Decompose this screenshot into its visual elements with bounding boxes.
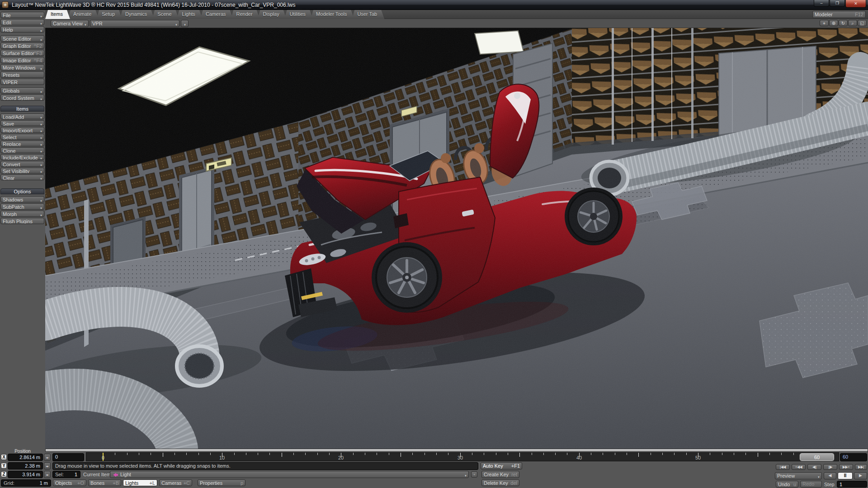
step-value-field[interactable]: 1: [837, 481, 867, 488]
tab-lights[interactable]: Lights: [177, 10, 203, 19]
import-export-button[interactable]: Import/Export▼: [0, 127, 44, 133]
tab-display[interactable]: Display: [258, 10, 287, 19]
subpatch-button[interactable]: SubPatch▼: [0, 203, 44, 210]
timeline-range-handle[interactable]: 60: [800, 453, 834, 461]
menu-help[interactable]: Help▼: [0, 26, 44, 33]
view-type-dropdown[interactable]: Camera View ▼: [51, 20, 89, 27]
next-frame-button[interactable]: ||▶: [823, 464, 837, 470]
graph-editor-button[interactable]: Graph Editor^F2: [0, 42, 44, 49]
x-value-field[interactable]: 2.8614 m: [8, 454, 43, 461]
render-mode-label: VPR: [92, 21, 103, 26]
grid-size-field[interactable]: Grid: 1 m: [1, 479, 51, 487]
tab-modeler-tools[interactable]: Modeler Tools: [311, 10, 354, 19]
tab-utilities[interactable]: Utilities: [284, 10, 313, 19]
y-axis-button[interactable]: Y: [1, 463, 7, 469]
next-keyframe-button[interactable]: ▶▶+: [839, 464, 853, 470]
minimize-button[interactable]: –: [814, 0, 829, 7]
timeline-ruler[interactable]: 0 10 20 30 40 50 60: [86, 452, 839, 461]
selection-count-field[interactable]: Sel: 1: [52, 471, 80, 478]
pause-button[interactable]: II: [838, 472, 853, 479]
globals-button[interactable]: Globals▼: [0, 87, 44, 94]
flush-plugins-button[interactable]: Flush Plugins: [0, 218, 44, 224]
clear-button[interactable]: Clear▼: [0, 174, 44, 180]
x-spinner[interactable]: ◂▸: [44, 454, 51, 461]
tab-cameras[interactable]: Cameras: [200, 10, 233, 19]
y-spinner[interactable]: ◂▸: [44, 462, 51, 469]
tab-render[interactable]: Render: [231, 10, 260, 19]
envelope-button[interactable]: ▫: [471, 471, 477, 478]
maximize-view-icon[interactable]: ◱: [858, 20, 867, 26]
end-frame-field[interactable]: 60: [840, 453, 867, 461]
morph-button[interactable]: Morph▼: [0, 211, 44, 217]
open-modeler-button[interactable]: Modeler F12: [812, 11, 866, 18]
include-exclude-button[interactable]: Include/Exclude▼: [0, 154, 44, 160]
image-editor-button[interactable]: Image Editor^F4: [0, 57, 44, 63]
menu-file[interactable]: File▼: [0, 12, 44, 18]
convert-button[interactable]: Convert▼: [0, 161, 44, 167]
clone-button[interactable]: Clone▼: [0, 147, 44, 153]
frame-label: 30: [458, 455, 463, 460]
chevron-down-icon: ▼: [464, 473, 467, 478]
pan-view-icon[interactable]: ⊕: [829, 20, 838, 26]
play-reverse-button[interactable]: ◀: [824, 472, 836, 479]
prev-frame-button[interactable]: ◀||: [807, 464, 821, 470]
select-button[interactable]: Select▼: [0, 134, 44, 140]
chevron-down-icon: ▼: [40, 66, 42, 70]
go-to-start-button[interactable]: |◀◀: [776, 464, 790, 470]
close-button[interactable]: ✕: [845, 0, 866, 8]
y-value-field[interactable]: 2.38 m: [8, 462, 43, 469]
load-add-button[interactable]: Load/Add▼: [0, 113, 44, 119]
spinner-icon: ◂▸: [46, 465, 49, 468]
tab-items[interactable]: Items: [45, 10, 70, 19]
undo-button[interactable]: Undou: [776, 481, 798, 488]
sel-label: Sel:: [55, 472, 64, 477]
current-frame-field[interactable]: 0: [52, 453, 84, 461]
set-visibility-button[interactable]: Set Visibility▼: [0, 168, 44, 174]
replace-button[interactable]: Replace▼: [0, 141, 44, 146]
rotate-view-icon[interactable]: ↻: [839, 20, 848, 26]
scene-editor-button[interactable]: Scene Editor▼: [0, 35, 44, 42]
current-item-dropdown[interactable]: Light ▼: [110, 471, 469, 478]
go-to-end-button[interactable]: ▶▶|: [855, 464, 867, 470]
lights-mode-button[interactable]: Lights+L: [123, 479, 157, 486]
create-key-button[interactable]: Create Keyret: [481, 471, 519, 478]
envelope-icon: ▫: [473, 472, 475, 477]
surface-editor-button[interactable]: Surface Editor^F3: [0, 50, 44, 56]
redo-button[interactable]: Redo: [800, 481, 822, 488]
viewport[interactable]: [45, 28, 868, 449]
z-axis-button[interactable]: Z: [1, 471, 7, 477]
tab-setup[interactable]: Setup: [96, 10, 122, 19]
cameras-mode-button[interactable]: Cameras+C: [159, 479, 192, 486]
delete-key-button[interactable]: Delete Keydel: [481, 479, 519, 486]
viper-button[interactable]: VIPER: [0, 79, 44, 85]
presets-button[interactable]: Presets: [0, 71, 44, 78]
zoom-view-icon[interactable]: ⌕: [848, 20, 857, 26]
preview-dropdown[interactable]: Preview▼: [775, 472, 822, 479]
tab-dynamics[interactable]: Dynamics: [120, 10, 154, 19]
menu-edit[interactable]: Edit▼: [0, 19, 44, 25]
prev-keyframe-button[interactable]: +◀◀: [792, 464, 806, 470]
play-forward-button[interactable]: ▶: [854, 472, 867, 479]
auto-key-button[interactable]: Auto Key+F1: [481, 462, 522, 469]
restore-button[interactable]: ❐: [830, 0, 845, 7]
coord-system-button[interactable]: Coord System▼: [0, 94, 44, 101]
center-item-icon[interactable]: ⌖: [820, 20, 829, 26]
chevron-down-icon: ▼: [175, 22, 178, 27]
shadows-button[interactable]: Shadows▼: [0, 196, 44, 202]
z-value-field[interactable]: 3.914 m: [8, 471, 43, 478]
more-windows-button[interactable]: More Windows▼: [0, 64, 44, 70]
tab-user-tab[interactable]: User Tab: [352, 10, 384, 19]
render-mode-dropdown[interactable]: VPR ▼: [90, 20, 179, 27]
timeline-scrollbar[interactable]: [45, 449, 868, 452]
z-spinner[interactable]: ◂▸: [44, 471, 51, 478]
render-mode-options-button[interactable]: ▼: [181, 20, 189, 27]
properties-button[interactable]: Propertiesp: [198, 479, 245, 486]
tab-scene[interactable]: Scene: [152, 10, 179, 19]
x-axis-button[interactable]: X: [1, 454, 7, 460]
tab-animate[interactable]: Animate: [68, 10, 99, 19]
bones-mode-button[interactable]: Bones+B: [88, 479, 121, 486]
objects-mode-button[interactable]: Objects+O: [53, 479, 86, 486]
title-bar: Layout™ NewTek LightWave 3D ® HC Rev 201…: [0, 0, 868, 10]
bottom-panel: Position X 2.8614 m ◂▸ Y 2.38 m ◂▸ Z 3.9…: [0, 449, 868, 488]
save-button[interactable]: Save▼: [0, 120, 44, 126]
